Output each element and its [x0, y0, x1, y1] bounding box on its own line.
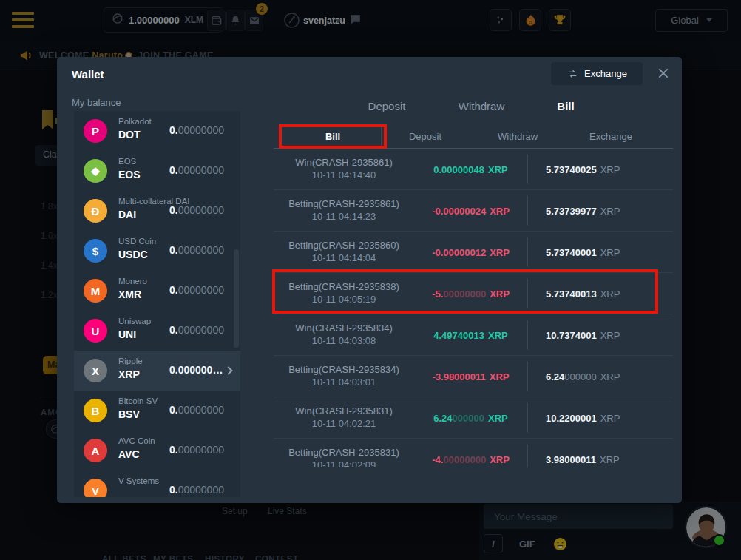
- tx-time: 10-11 04:14:04: [274, 252, 414, 263]
- wallet-modal: Wallet Exchange My balance P Polkadot DO…: [57, 57, 682, 503]
- coin-name: Polkadot: [118, 117, 152, 126]
- tx-balance: 6.24000000XRP: [527, 356, 673, 397]
- coin-balance: 0.00000000: [169, 484, 224, 496]
- tx-amount: -4.00000000XRP: [414, 439, 527, 467]
- table-row: Betting(CRASH-2935831)10-11 04:02:09 -4.…: [274, 439, 673, 467]
- column-separator: [381, 127, 382, 147]
- coin-row-usdc[interactable]: $ USD Coin USDC 0.00000000: [74, 231, 240, 271]
- tx-amount: -5.00000000XRP: [414, 273, 527, 314]
- tx-time: 10-11 04:02:09: [274, 459, 414, 467]
- coin-balance: 0.000000…: [169, 364, 223, 376]
- tx-balance: 5.73740013XRP: [527, 273, 673, 314]
- coin-name: V Systems: [118, 476, 159, 485]
- table-row: Betting(CRASH-2935861)10-11 04:14:23 -0.…: [274, 190, 673, 232]
- coin-ticker: XRP: [118, 368, 140, 380]
- tab-deposit[interactable]: Deposit: [368, 100, 406, 112]
- tx-balance: 3.98000011XRP: [527, 439, 673, 467]
- coin-list: P Polkadot DOT 0.00000000 ◆ EOS EOS 0.00…: [74, 111, 240, 497]
- coin-ticker: XMR: [118, 289, 141, 300]
- table-row-highlighted: Betting(CRASH-2935838)10-11 04:05:19 -5.…: [274, 273, 673, 314]
- exchange-button[interactable]: Exchange: [551, 62, 643, 85]
- tx-balance: 5.73739977XRP: [527, 190, 673, 232]
- column-deposit[interactable]: Deposit: [409, 131, 441, 142]
- swap-arrows-icon: [566, 68, 578, 80]
- coin-name: AVC Coin: [118, 436, 155, 445]
- coin-name: USD Coin: [118, 237, 156, 246]
- coin-name: EOS: [118, 157, 136, 166]
- coin-row-uni[interactable]: U Uniswap UNI 0.00000000: [74, 311, 240, 351]
- coin-row-xrp-selected[interactable]: X Ripple XRP 0.000000…: [74, 351, 240, 391]
- close-icon[interactable]: [657, 67, 669, 79]
- tx-time: 10-11 04:14:23: [274, 211, 414, 222]
- modal-title: Wallet: [72, 68, 104, 81]
- coin-name: Bitcoin SV: [118, 397, 158, 405]
- coin-row-bsv[interactable]: B Bitcoin SV BSV 0.00000000: [74, 391, 240, 431]
- tx-label: Betting(CRASH-2935831): [274, 447, 414, 458]
- tx-label: Betting(CRASH-2935834): [274, 364, 414, 375]
- tx-label: Win(CRASH-2935834): [274, 323, 414, 334]
- coin-balance: 0.00000000: [169, 284, 224, 296]
- usdc-icon: $: [84, 239, 107, 263]
- coin-balance: 0.00000000: [169, 124, 224, 136]
- tx-amount: -0.00000024XRP: [414, 190, 527, 232]
- coin-name: Uniswap: [118, 317, 151, 325]
- my-balance-label: My balance: [72, 97, 121, 108]
- coin-row-dai[interactable]: Ð Multi-collateral DAI DAI 0.00000000: [74, 191, 240, 231]
- coin-name: Ripple: [118, 357, 143, 365]
- coin-balance: 0.00000000: [169, 244, 224, 256]
- coin-ticker: DOT: [118, 129, 141, 141]
- coin-balance: 0.00000000: [169, 404, 224, 416]
- coin-balance: 0.00000000: [169, 164, 224, 176]
- tx-label: Win(CRASH-2935831): [274, 405, 414, 416]
- tx-amount: 4.49740013XRP: [414, 314, 527, 356]
- coin-row-avc[interactable]: A AVC Coin AVC 0.00000000: [74, 431, 240, 470]
- tx-balance: 5.73740025XRP: [527, 149, 673, 190]
- coin-row-vsys[interactable]: V V Systems 0.00000000: [74, 470, 240, 497]
- tx-amount: -0.00000012XRP: [414, 232, 527, 273]
- tx-amount: 0.00000048XRP: [414, 149, 527, 190]
- monero-icon: M: [84, 279, 107, 303]
- coin-ticker: BSV: [118, 408, 140, 420]
- bill-table: Win(CRASH-2935861)10-11 04:14:40 0.00000…: [274, 149, 673, 467]
- exchange-button-label: Exchange: [584, 68, 627, 79]
- coin-name: Monero: [118, 277, 147, 286]
- coin-balance: 0.00000000: [169, 204, 224, 216]
- tx-time: 10-11 04:05:19: [274, 294, 414, 305]
- tx-amount: 6.24000000XRP: [414, 397, 527, 439]
- avc-icon: A: [84, 439, 107, 462]
- column-withdraw[interactable]: Withdraw: [498, 131, 538, 142]
- coin-ticker: AVC: [118, 448, 140, 460]
- column-exchange[interactable]: Exchange: [589, 131, 632, 142]
- table-row: Win(CRASH-2935831)10-11 04:02:21 6.24000…: [274, 397, 673, 439]
- dai-icon: Ð: [84, 199, 107, 223]
- coin-ticker: UNI: [118, 328, 136, 340]
- tx-label: Betting(CRASH-2935861): [274, 198, 414, 209]
- table-row: Win(CRASH-2935834)10-11 04:03:08 4.49740…: [274, 314, 673, 356]
- coin-balance: 0.00000000: [169, 444, 224, 456]
- screen: 1.00000000 XLM 2 svenjatzu B: [0, 0, 741, 560]
- bitcoinsv-icon: B: [84, 399, 107, 422]
- coin-ticker: USDC: [118, 249, 148, 260]
- eos-icon: ◆: [84, 159, 107, 183]
- tx-label: Win(CRASH-2935861): [274, 157, 414, 168]
- tx-time: 10-11 04:14:40: [274, 169, 414, 181]
- coin-row-dot[interactable]: P Polkadot DOT 0.00000000: [74, 111, 240, 151]
- tab-bill[interactable]: Bill: [557, 100, 574, 112]
- coin-list-scrollbar[interactable]: [234, 249, 239, 348]
- chevron-right-icon: [224, 366, 232, 374]
- column-bill[interactable]: Bill: [325, 131, 340, 142]
- polkadot-icon: P: [84, 119, 107, 143]
- tx-label: Betting(CRASH-2935860): [274, 240, 414, 251]
- coin-ticker: EOS: [118, 169, 141, 181]
- coin-row-xmr[interactable]: M Monero XMR 0.00000000: [74, 271, 240, 311]
- vsystems-icon: V: [84, 479, 107, 497]
- tab-withdraw[interactable]: Withdraw: [459, 100, 505, 112]
- coin-row-eos[interactable]: ◆ EOS EOS 0.00000000: [74, 151, 240, 191]
- tx-label: Betting(CRASH-2935838): [274, 281, 414, 292]
- coin-ticker: DAI: [118, 209, 136, 220]
- table-row: Betting(CRASH-2935860)10-11 04:14:04 -0.…: [274, 232, 673, 273]
- tx-balance: 5.73740001XRP: [527, 232, 673, 273]
- tx-time: 10-11 04:03:08: [274, 335, 414, 346]
- table-row: Betting(CRASH-2935834)10-11 04:03:01 -3.…: [274, 356, 673, 397]
- tx-amount: -3.98000011XRP: [414, 356, 527, 397]
